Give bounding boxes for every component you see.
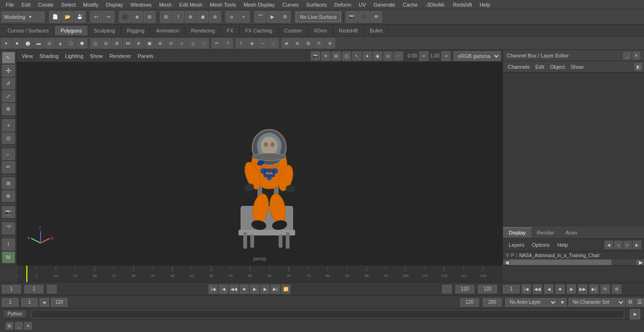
select-tool-btn[interactable]: ↖ (2, 52, 15, 64)
vp-menu-show[interactable]: Show (87, 52, 106, 60)
render-seq-btn[interactable]: ▶ (267, 11, 278, 23)
win-close-btn[interactable]: ✕ (25, 322, 32, 330)
vp-tex-btn[interactable]: ◉ (373, 51, 382, 61)
menu-curves[interactable]: Curves (279, 1, 303, 8)
maya-logo-btn[interactable]: M (2, 251, 15, 263)
render-btn[interactable]: 🎬 (255, 11, 266, 23)
poly-bevel-btn[interactable]: ⊟ (101, 38, 111, 49)
snap-point-btn[interactable]: ⊕ (185, 11, 196, 23)
poly-cone-btn[interactable]: ▲ (55, 38, 66, 49)
bottom-start-input[interactable] (21, 298, 38, 307)
tab-animation[interactable]: Animation (150, 26, 185, 35)
vp-cam-btn[interactable]: 📷 (311, 51, 320, 61)
channel-box-icon[interactable]: ◧ (635, 63, 642, 71)
layers-menu[interactable]: Layers (506, 241, 527, 249)
script-run-btn[interactable]: ▶ (630, 309, 640, 319)
vp-menu-view[interactable]: View (19, 52, 36, 60)
end-frame-input[interactable] (478, 285, 497, 293)
tab-sculpting[interactable]: Sculpting (88, 26, 121, 35)
layer-icon3[interactable]: ▷ (623, 241, 632, 249)
snap-curve-btn[interactable]: ⌇ (173, 11, 184, 23)
scroll-right-btn[interactable]: ▶ (636, 259, 644, 265)
camera-btn[interactable]: 📷 (346, 11, 357, 23)
render-lt-btn[interactable]: 🎬 (2, 222, 15, 234)
play-fwd-btn[interactable]: ▶ (250, 284, 259, 294)
char-set-icon[interactable]: ⚙ (626, 298, 635, 307)
timeline-ruler[interactable]: 1 5 10 15 20 25 30 35 40 45 50 (17, 266, 503, 283)
layer-entry[interactable]: V P / NASA_Astronaut_in_a_Training_Chair (503, 251, 644, 259)
poly-transfer-btn[interactable]: ⇄ (281, 38, 292, 49)
vp-colorspace-dropdown[interactable]: sRGB gamma (454, 51, 501, 61)
crease-lt-btn[interactable]: ⌇ (2, 238, 15, 250)
tab-bullet[interactable]: Bullet (364, 26, 389, 35)
play-back-btn[interactable]: ◀◀ (229, 284, 239, 294)
poly-append-btn[interactable]: ⊕ (133, 38, 144, 49)
stop-btn[interactable]: ■ (239, 284, 249, 294)
anim-layer-icon[interactable]: ▼ (558, 298, 567, 307)
rp-go-end-btn[interactable]: ▶| (589, 284, 599, 294)
poly-quad-btn[interactable]: □ (198, 38, 209, 49)
poly-torus-btn[interactable]: ◎ (44, 38, 55, 49)
undo-btn[interactable]: ↩ (91, 11, 102, 23)
vp-menu-panels[interactable]: Panels (135, 52, 157, 60)
snap-point-lt-btn[interactable]: ⊕ (2, 190, 15, 202)
rp-step-fwd-btn[interactable]: ▶▶ (578, 284, 587, 294)
poly-flip-btn[interactable]: ↔ (257, 38, 268, 49)
rp-minimize-btn[interactable]: _ (623, 52, 631, 59)
render-tab[interactable]: Render (531, 228, 560, 237)
poly-paint-btn[interactable]: ✏ (212, 38, 222, 49)
render-settings-btn[interactable]: ⚙ (279, 11, 290, 23)
tab-fx-caching[interactable]: FX Caching (239, 26, 278, 35)
python-tab[interactable]: Python (4, 310, 26, 317)
select-mode-btn[interactable]: ◈ (132, 11, 143, 23)
edit-tab[interactable]: Edit (532, 63, 547, 71)
poly-sculpt-btn[interactable]: ⌖ (223, 38, 233, 49)
save-scene-btn[interactable]: 💾 (74, 11, 85, 23)
vp-gamma-slider[interactable]: ━ (419, 51, 429, 61)
python-input[interactable] (32, 310, 624, 318)
anim-layer-dropdown[interactable]: No Anim Layer (505, 298, 557, 307)
menu-windows[interactable]: Windows (127, 1, 156, 8)
live-surface-btn[interactable]: No Live Surface (296, 12, 341, 22)
rp-step-back-btn[interactable]: ◀◀ (533, 284, 542, 294)
snap-live-btn[interactable]: ⊛ (209, 11, 221, 23)
menu-generate[interactable]: Generate (370, 1, 399, 8)
step-back-btn[interactable]: ◀ (219, 284, 228, 294)
menu-3dtool[interactable]: -3DtoAll- (421, 1, 449, 8)
poly-mirror2-btn[interactable]: ⊞ (303, 38, 314, 49)
layer-icon4[interactable]: ▶ (633, 241, 641, 249)
tab-rigging[interactable]: Rigging (121, 26, 150, 35)
render-view-btn[interactable]: 👁 (371, 11, 382, 23)
poly-cyl-btn[interactable]: ⬤ (23, 38, 33, 49)
universal-tool-btn[interactable]: ⊕ (2, 103, 15, 115)
poly-cube-btn[interactable]: ■ (12, 38, 22, 49)
char-set-btn2[interactable]: ☰ (636, 298, 644, 307)
layer-scrollbar[interactable]: ◀ ▶ (503, 259, 644, 265)
poly-plane-btn[interactable]: ▬ (33, 38, 44, 49)
vp-menu-renderer[interactable]: Renderer (107, 52, 134, 60)
menu-cache[interactable]: Cache (399, 1, 421, 8)
win-minimize-btn[interactable]: _ (15, 322, 23, 330)
menu-display[interactable]: Display (102, 1, 127, 8)
tab-xgen[interactable]: XGen (308, 26, 333, 35)
poly-soften-btn[interactable]: ◈ (247, 38, 257, 49)
poly-combine-btn[interactable]: ⊗ (155, 38, 165, 49)
poly-triangulate-btn[interactable]: △ (188, 38, 198, 49)
poly-disc-btn[interactable]: ⬡ (66, 38, 76, 49)
tab-custom[interactable]: Custom (279, 26, 308, 35)
rp-play-back-btn[interactable]: ◀ (544, 284, 553, 294)
poly-more-btn[interactable]: ⊕ (325, 38, 335, 49)
paint-sel-btn[interactable]: ✏ (2, 161, 15, 173)
symmetry-btn[interactable]: ⧈ (226, 11, 237, 23)
vp-manip-btn[interactable]: ✛ (321, 51, 330, 61)
show-manip-btn[interactable]: ◎ (2, 132, 15, 144)
poly-sym-btn[interactable]: ⧈ (314, 38, 324, 49)
poly-smooth-btn[interactable]: ≈ (177, 38, 187, 49)
snap-view-btn[interactable]: ◉ (197, 11, 208, 23)
menu-uv[interactable]: UV (355, 1, 370, 8)
range-start-slider[interactable] (47, 285, 57, 293)
bottom-speed-input[interactable] (483, 298, 502, 307)
snap-grid-lt-btn[interactable]: ⊞ (2, 177, 15, 189)
menu-deform[interactable]: Deform (330, 1, 355, 8)
vp-menu-lighting[interactable]: Lighting (62, 52, 86, 60)
